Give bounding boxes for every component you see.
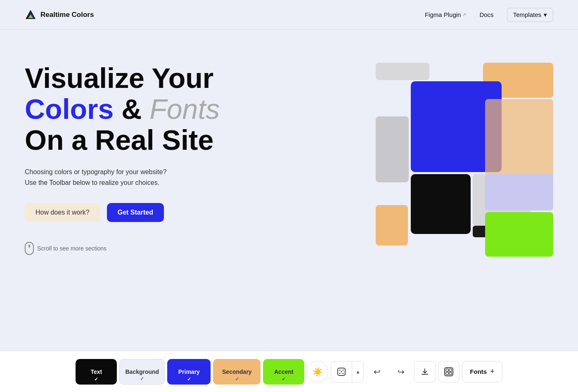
block-green bbox=[485, 212, 553, 257]
primary-color-button[interactable]: Primary ✓ bbox=[167, 359, 211, 385]
logo-icon bbox=[25, 9, 36, 21]
figma-plugin-link[interactable]: Figma Plugin ↗ bbox=[425, 11, 467, 18]
primary-btn-label: Primary bbox=[178, 368, 200, 375]
main-content: Visualize Your Colors & Fonts On a Real … bbox=[0, 30, 578, 351]
get-started-button[interactable]: Get Started bbox=[107, 203, 164, 222]
secondary-btn-label: Secondary bbox=[222, 368, 252, 375]
fonts-plus-icon: + bbox=[490, 367, 495, 376]
hero-sub2: Use the Toolbar below to realize your ch… bbox=[25, 177, 372, 188]
block-black-bottom bbox=[411, 174, 471, 234]
hero-sub1: Choosing colors or typography for your w… bbox=[25, 167, 372, 177]
bg-btn-label: Background bbox=[125, 368, 159, 375]
embed-button[interactable] bbox=[438, 361, 460, 383]
svg-rect-9 bbox=[422, 374, 428, 375]
randomize-dropdown-button[interactable]: ▲ bbox=[352, 361, 364, 383]
sun-icon: ☀️ bbox=[313, 367, 323, 377]
download-button[interactable] bbox=[414, 361, 436, 383]
scroll-icon bbox=[25, 242, 34, 255]
block-gray-left bbox=[376, 116, 409, 182]
logo-name: Realtime Colors bbox=[40, 11, 94, 19]
chevron-up-icon: ▲ bbox=[355, 369, 360, 374]
external-link-icon: ↗ bbox=[462, 12, 466, 17]
hero-subtitle: Choosing colors or typography for your w… bbox=[25, 167, 372, 188]
download-icon bbox=[421, 368, 429, 376]
header: Realtime Colors Figma Plugin ↗ Docs Temp… bbox=[0, 0, 578, 30]
scroll-hint-text: Scroll to see more sections bbox=[37, 245, 107, 252]
fonts-label: Fonts bbox=[470, 368, 487, 375]
svg-point-4 bbox=[339, 369, 341, 371]
text-color-button[interactable]: Text ✓ bbox=[76, 359, 117, 385]
redo-icon: ↪ bbox=[398, 367, 405, 377]
svg-rect-13 bbox=[446, 372, 448, 375]
bg-check-icon: ✓ bbox=[140, 376, 144, 382]
text-check-icon: ✓ bbox=[94, 376, 98, 382]
secondary-color-button[interactable]: Secondary ✓ bbox=[213, 359, 261, 385]
block-gray-top bbox=[376, 63, 429, 80]
block-lavender bbox=[485, 174, 553, 210]
svg-point-6 bbox=[339, 373, 341, 374]
hero-line3: On a Real Site bbox=[25, 124, 213, 156]
undo-icon: ↩ bbox=[374, 367, 381, 377]
randomize-button-group: ▲ bbox=[331, 361, 364, 383]
chevron-down-icon: ▾ bbox=[544, 11, 547, 19]
svg-rect-12 bbox=[449, 369, 452, 371]
secondary-check-icon: ✓ bbox=[235, 376, 239, 382]
svg-point-7 bbox=[343, 373, 344, 374]
hero-line1: Visualize Your bbox=[25, 62, 213, 94]
svg-rect-14 bbox=[449, 372, 452, 375]
redo-button[interactable]: ↪ bbox=[390, 361, 412, 383]
nav-right: Figma Plugin ↗ Docs Templates ▾ bbox=[425, 8, 553, 22]
hero-text: Visualize Your Colors & Fonts On a Real … bbox=[25, 54, 372, 255]
hero-fonts-word: Fonts bbox=[149, 93, 220, 125]
accent-color-button[interactable]: Accent ✓ bbox=[263, 359, 304, 385]
hero-and: & bbox=[114, 93, 149, 125]
svg-point-5 bbox=[343, 369, 344, 371]
accent-check-icon: ✓ bbox=[282, 376, 286, 382]
how-it-works-button[interactable]: How does it work? bbox=[25, 203, 100, 222]
logo-area: Realtime Colors bbox=[25, 9, 94, 21]
undo-button[interactable]: ↩ bbox=[366, 361, 388, 383]
hero-colors-word: Colors bbox=[25, 93, 114, 125]
block-orange-small-bottom bbox=[376, 205, 408, 246]
hero-buttons: How does it work? Get Started bbox=[25, 203, 372, 222]
randomize-button[interactable] bbox=[331, 361, 352, 383]
primary-check-icon: ✓ bbox=[187, 376, 191, 382]
templates-button[interactable]: Templates ▾ bbox=[507, 8, 553, 22]
dice-icon bbox=[337, 367, 346, 376]
scroll-hint: Scroll to see more sections bbox=[25, 242, 372, 255]
toolbar: Text ✓ Background ✓ Primary ✓ Secondary … bbox=[0, 351, 578, 392]
accent-btn-label: Accent bbox=[274, 368, 294, 375]
docs-link[interactable]: Docs bbox=[479, 11, 493, 18]
svg-rect-11 bbox=[446, 369, 448, 371]
color-visualization bbox=[372, 59, 553, 240]
scroll-dot bbox=[28, 245, 30, 248]
text-btn-label: Text bbox=[90, 368, 102, 375]
theme-toggle-button[interactable]: ☀️ bbox=[307, 361, 328, 383]
embed-icon bbox=[444, 367, 453, 376]
svg-point-8 bbox=[341, 371, 342, 372]
block-orange-right bbox=[485, 99, 553, 182]
fonts-button[interactable]: Fonts + bbox=[462, 361, 502, 383]
background-color-button[interactable]: Background ✓ bbox=[119, 359, 165, 385]
hero-heading: Visualize Your Colors & Fonts On a Real … bbox=[25, 63, 372, 155]
